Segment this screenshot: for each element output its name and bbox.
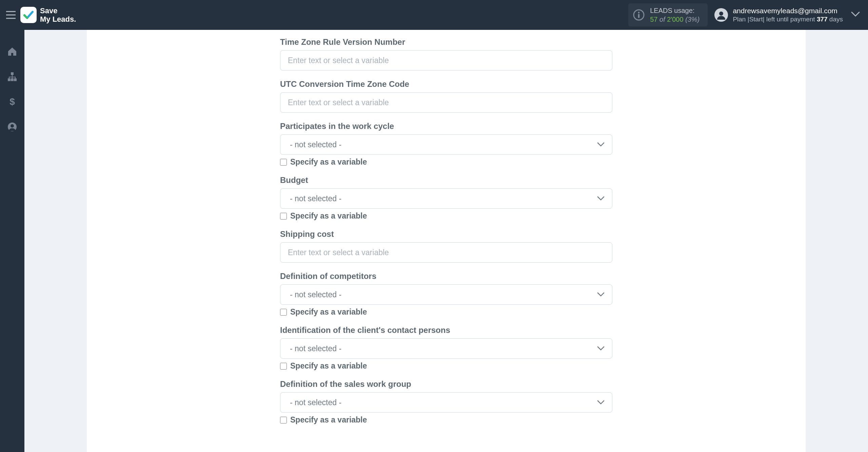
account-plan-line: Plan |Start| left until payment 377 days [733, 15, 843, 23]
select-input[interactable]: - not selected - [280, 188, 612, 209]
field-label: Definition of competitors [280, 271, 612, 281]
select-input[interactable]: - not selected - [280, 338, 612, 359]
info-icon [633, 9, 645, 21]
specify-checkbox[interactable] [280, 159, 287, 166]
text-input[interactable] [280, 242, 612, 263]
account-block[interactable]: andrewsavemyleads@gmail.com Plan |Start|… [733, 6, 843, 23]
specify-row: Specify as a variable [280, 415, 612, 425]
select-value: - not selected - [288, 344, 341, 353]
form-card: Time Zone Rule Version NumberUTC Convers… [87, 30, 806, 452]
field-label: Shipping cost [280, 229, 612, 239]
plan-name: Start [749, 16, 763, 23]
specify-checkbox[interactable] [280, 213, 287, 220]
select-value: - not selected - [288, 140, 341, 149]
field-label: Participates in the work cycle [280, 121, 612, 131]
chevron-down-icon [851, 12, 860, 17]
sidebar-home[interactable] [7, 46, 18, 57]
plan-mid: | left until payment [763, 16, 817, 23]
svg-text:$: $ [9, 97, 15, 107]
person-icon [716, 10, 726, 20]
text-input[interactable] [280, 92, 612, 113]
leads-pct: (3%) [685, 16, 699, 23]
specify-label[interactable]: Specify as a variable [290, 157, 367, 167]
field-label: Time Zone Rule Version Number [280, 37, 612, 47]
specify-checkbox[interactable] [280, 363, 287, 370]
leads-total: 2'000 [667, 16, 683, 23]
leads-usage-text: LEADS usage: 57 of 2'000 (3%) [650, 6, 699, 24]
specify-label[interactable]: Specify as a variable [290, 415, 367, 425]
hamburger-icon [6, 11, 16, 19]
chevron-down-icon [597, 196, 605, 201]
sidebar: $ [0, 30, 24, 452]
field-label: UTC Conversion Time Zone Code [280, 79, 612, 89]
leads-of: of [659, 16, 665, 23]
main-area: Time Zone Rule Version NumberUTC Convers… [24, 30, 868, 452]
specify-label[interactable]: Specify as a variable [290, 211, 367, 221]
svg-rect-5 [8, 78, 11, 81]
field: Participates in the work cycle- not sele… [280, 121, 612, 167]
chevron-down-icon [597, 142, 605, 147]
home-icon [7, 46, 17, 57]
chevron-down-icon [597, 292, 605, 297]
field: Time Zone Rule Version Number [280, 37, 612, 71]
svg-rect-4 [11, 72, 14, 75]
select-input[interactable]: - not selected - [280, 392, 612, 413]
select-value: - not selected - [288, 290, 341, 299]
field: Identification of the client's contact p… [280, 325, 612, 371]
chevron-down-icon [597, 346, 605, 351]
account-email: andrewsavemyleads@gmail.com [733, 6, 843, 15]
user-icon [7, 122, 17, 132]
specify-row: Specify as a variable [280, 157, 612, 167]
text-input[interactable] [280, 50, 612, 71]
chevron-down-icon [597, 400, 605, 405]
field-label: Identification of the client's contact p… [280, 325, 612, 335]
brand-name: Save My Leads. [40, 6, 76, 24]
sidebar-sitemap[interactable] [7, 71, 18, 82]
select-value: - not selected - [288, 398, 341, 407]
specify-checkbox[interactable] [280, 417, 287, 423]
specify-label[interactable]: Specify as a variable [290, 307, 367, 317]
field: Definition of competitors- not selected … [280, 271, 612, 317]
svg-point-1 [638, 12, 640, 14]
leads-usage-title: LEADS usage: [650, 6, 699, 15]
specify-row: Specify as a variable [280, 211, 612, 221]
brand-logo [20, 7, 37, 23]
leads-usage-values: 57 of 2'000 (3%) [650, 15, 699, 24]
select-input[interactable]: - not selected - [280, 134, 612, 155]
field: Budget- not selected -Specify as a varia… [280, 175, 612, 221]
field-label: Definition of the sales work group [280, 379, 612, 389]
svg-point-10 [11, 124, 14, 128]
sidebar-billing[interactable]: $ [7, 96, 18, 107]
field: Definition of the sales work group- not … [280, 379, 612, 425]
brand-line2: My Leads. [40, 15, 76, 23]
field-label: Budget [280, 175, 612, 185]
plan-days: 377 [817, 16, 828, 23]
leads-usage-box: LEADS usage: 57 of 2'000 (3%) [628, 3, 708, 26]
account-dropdown-toggle[interactable] [851, 12, 860, 18]
dollar-icon: $ [9, 97, 16, 107]
plan-prefix: Plan | [733, 16, 749, 23]
specify-row: Specify as a variable [280, 361, 612, 371]
svg-rect-6 [11, 78, 14, 81]
sidebar-account[interactable] [7, 121, 18, 132]
svg-rect-7 [14, 78, 17, 81]
plan-suffix: days [828, 16, 843, 23]
specify-checkbox[interactable] [280, 309, 287, 316]
field: UTC Conversion Time Zone Code [280, 79, 612, 113]
select-input[interactable]: - not selected - [280, 284, 612, 305]
checkmark-icon [23, 9, 34, 21]
topbar: Save My Leads. LEADS usage: 57 of 2'000 … [0, 0, 868, 30]
specify-label[interactable]: Specify as a variable [290, 361, 367, 371]
avatar[interactable] [714, 8, 728, 22]
brand-line1: Save [40, 6, 76, 15]
menu-button[interactable] [5, 9, 17, 21]
field: Shipping cost [280, 229, 612, 263]
layout: $ Time Zone Rule Version NumberUTC Conve… [0, 30, 868, 452]
leads-used: 57 [650, 16, 657, 23]
form: Time Zone Rule Version NumberUTC Convers… [280, 33, 612, 425]
svg-point-3 [719, 12, 723, 16]
sitemap-icon [7, 72, 17, 82]
specify-row: Specify as a variable [280, 307, 612, 317]
select-value: - not selected - [288, 194, 341, 203]
svg-rect-2 [638, 14, 639, 18]
